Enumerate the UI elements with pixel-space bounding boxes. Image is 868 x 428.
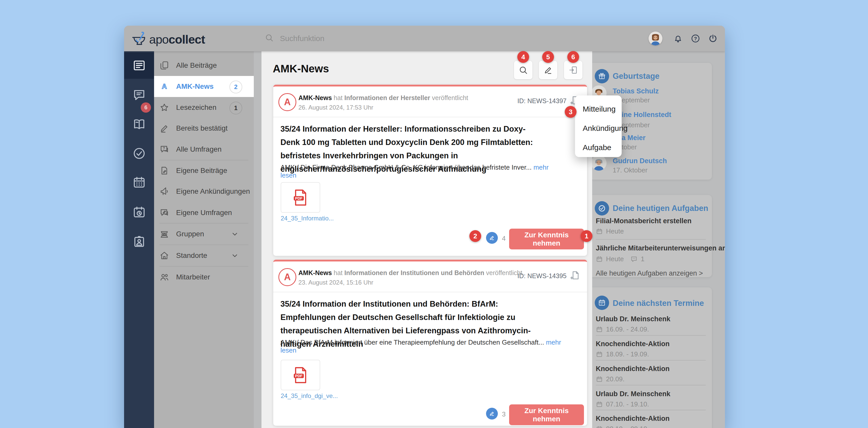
divider (596, 385, 706, 386)
post-date: 26. August 2024, 17:53 Uhr (299, 104, 373, 111)
birthday-date: eptember (622, 96, 650, 104)
chevron-down-icon (231, 252, 239, 259)
confirmations-icon[interactable] (486, 408, 498, 420)
house-icon (159, 251, 169, 260)
desktop-background: { "app": {"logo_prefix": "apo", "logo_su… (0, 0, 868, 428)
event-title[interactable]: Knochendichte-Aktion (596, 415, 670, 423)
birthday-name[interactable]: Tobias Schulz (613, 87, 659, 95)
tour-step-badge-6: 6 (567, 51, 579, 63)
tasks-card: Deine heutigen Aufgaben Filial-Monatsber… (590, 195, 712, 277)
tour-step-badge-1: 1 (581, 230, 592, 242)
rail-item-posts[interactable] (132, 58, 146, 73)
search-input[interactable]: Suchfunktion (258, 26, 324, 51)
help-icon[interactable]: ? (690, 33, 701, 44)
rail-item-contacts[interactable] (132, 234, 146, 248)
rail-item-handbook[interactable] (132, 117, 146, 131)
tour-step-badge-4: 4 (517, 51, 529, 63)
people-icon (159, 272, 169, 282)
sidebar-item-bereits-bestaetigt[interactable]: Bereits bestätigt (154, 118, 254, 139)
sidebar-item-eigene-umfragen[interactable]: Eigene Umfragen (154, 202, 254, 223)
acknowledge-button[interactable]: Zur Kenntnis nehmen (509, 404, 584, 425)
sidebar: Alle Beiträge A AMK-News 2 Lesezeichen 1… (154, 51, 254, 428)
task-due: Heute 1 (596, 255, 645, 263)
pdf-attachment[interactable]: PDF (281, 182, 320, 213)
event-date: 16.09. - 24.09. (596, 325, 649, 333)
notifications-bell-icon[interactable] (673, 33, 683, 44)
page-title: AMK-News (273, 63, 329, 75)
pdf-attachment[interactable]: PDF (281, 360, 320, 390)
sidebar-item-eigene-ankuendigungen[interactable]: Eigene Ankündigungen (154, 181, 254, 202)
events-title: Deine nächsten Termine (613, 299, 704, 308)
user-avatar[interactable] (649, 32, 662, 46)
confirmation-count: 4 (502, 234, 505, 242)
compose-button[interactable] (539, 61, 557, 79)
acknowledge-button[interactable]: Zur Kenntnis nehmen (509, 229, 584, 249)
event-date: 20.09. (596, 375, 624, 383)
sidebar-item-standorte[interactable]: Standorte (154, 245, 254, 266)
gift-icon (595, 69, 609, 83)
rail-item-tasks[interactable] (132, 146, 146, 160)
sidebar-item-alle-umfragen[interactable]: ? Alle Umfragen (154, 139, 254, 160)
birthday-date: tober (622, 143, 637, 151)
divider (273, 117, 587, 117)
divider (596, 410, 706, 410)
svg-text:A: A (162, 83, 167, 90)
app-logo[interactable]: apocollect (131, 31, 205, 48)
attachment-filename[interactable]: 24_35_Informatio... (281, 215, 334, 222)
confirmations-icon[interactable] (486, 232, 498, 244)
rail-item-chat[interactable] (132, 88, 146, 102)
task-title[interactable]: Jährliche Mitarbeiterunterweisungen anse… (596, 244, 725, 252)
sidebar-item-amk-news[interactable]: A AMK-News 2 (154, 76, 254, 97)
app-window: apocollect Suchfunktion ? (124, 26, 725, 428)
rail-item-schedule[interactable] (132, 205, 146, 219)
document-plus-icon[interactable] (569, 270, 580, 281)
topbar-actions: ? (649, 26, 718, 51)
megaphone-icon (159, 187, 169, 196)
tour-step-badge-5: 5 (542, 51, 554, 63)
all-tasks-link[interactable]: Alle heutigen Aufgaben anzeigen > (596, 269, 703, 277)
task-due: Heute (596, 227, 624, 235)
chat-unread-badge: 6 (141, 103, 151, 113)
post-excerpt: AMK / Die Firma Denk Pharma GmbH & Co. K… (280, 164, 562, 179)
event-date: 07.10. - 19.10. (596, 400, 649, 408)
sidebar-item-lesezeichen[interactable]: Lesezeichen 1 (154, 97, 254, 118)
pages-icon (159, 61, 169, 70)
event-title[interactable]: Urlaub Dr. Meinschenk (596, 315, 670, 323)
event-date: 08.10. - 09.10. (596, 425, 649, 428)
birthday-date: 17. Oktober (613, 166, 648, 174)
menu-item-aufgabe[interactable]: Aufgabe (583, 143, 611, 152)
birthday-name[interactable]: a Meier (622, 134, 646, 142)
rail-item-calendar[interactable] (132, 175, 146, 189)
birthday-name[interactable]: ine Hollenstedt (622, 111, 671, 119)
sidebar-item-eigene-beitraege[interactable]: Eigene Beiträge (154, 160, 254, 181)
menu-item-ankuendigung[interactable]: Ankündigung (583, 124, 627, 133)
search-placeholder: Suchfunktion (280, 34, 324, 43)
sidebar-item-alle-beitraege[interactable]: Alle Beiträge (154, 55, 254, 76)
post-date: 23. August 2024, 15:16 Uhr (299, 279, 373, 286)
main-content: AMK-News A AMK-News hat Informationen de… (261, 51, 592, 428)
attachment-filename[interactable]: 24_35_info_dgi_ve... (281, 392, 338, 400)
news-post-card: A AMK-News hat Informationen der Institu… (273, 260, 587, 426)
post-id: ID: NEWS-14397 (517, 97, 566, 105)
logout-power-icon[interactable] (708, 33, 718, 44)
svg-text:PDF: PDF (295, 196, 303, 200)
task-title[interactable]: Filial-Monatsbericht erstellen (596, 217, 692, 225)
search-posts-button[interactable] (514, 61, 532, 79)
menu-item-mitteilung[interactable]: Mitteilung (583, 105, 616, 113)
group-icon (159, 229, 169, 239)
pencil-icon (159, 123, 169, 133)
birthday-name[interactable]: Gudrun Deutsch (613, 157, 667, 165)
comment-bubble-icon (630, 256, 638, 263)
star-icon (159, 103, 169, 112)
news-post-card: A AMK-News hat Informationen der Herstel… (273, 85, 587, 256)
post-author-line: AMK-News hat Informationen der Herstelle… (299, 94, 468, 102)
post-author-line: AMK-News hat Informationen der Instituti… (299, 269, 522, 277)
confirmation-count: 3 (502, 410, 505, 418)
sidebar-item-mitarbeiter[interactable]: Mitarbeiter (154, 266, 254, 288)
sidebar-item-gruppen[interactable]: Gruppen (154, 224, 254, 245)
post-excerpt: AMK / Das BfArM informiert über eine The… (280, 338, 562, 354)
export-button[interactable] (564, 61, 582, 79)
event-title[interactable]: Knochendichte-Aktion (596, 365, 670, 373)
event-title[interactable]: Knochendichte-Aktion (596, 340, 670, 348)
event-title[interactable]: Urlaub Dr. Meinschenk (596, 390, 670, 398)
